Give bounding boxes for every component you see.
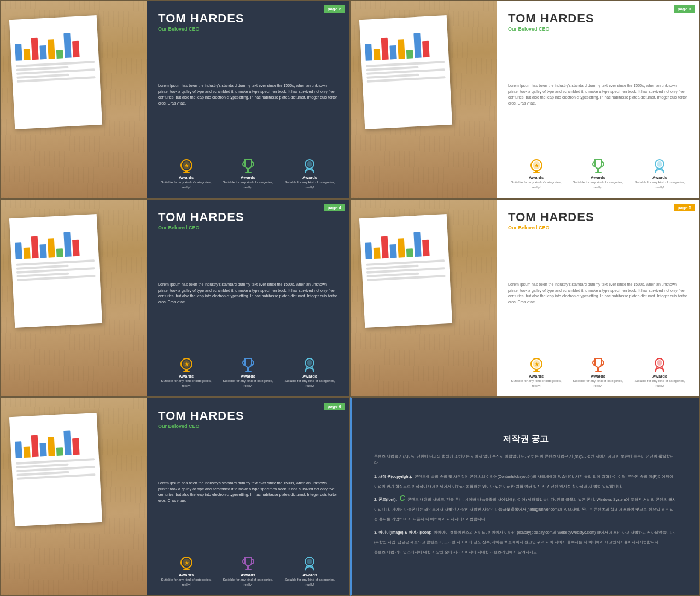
svg-text:★: ★ <box>534 361 539 367</box>
person-name-3: TOM HARDES <box>158 211 338 224</box>
page-badge-3: page 4 <box>324 204 345 211</box>
svg-rect-32 <box>245 371 252 372</box>
svg-line-50 <box>655 368 660 369</box>
svg-line-24 <box>655 169 660 171</box>
page-badge-5: page 6 <box>324 403 345 410</box>
awards-row-5: ★ Awards Sutiable for any kind of catego… <box>158 555 338 587</box>
award-item-4-2: Awards Sutiable for any kind of categori… <box>570 356 626 388</box>
slide-5: page 6 <box>0 397 350 596</box>
award-desc-2-2: Sutiable for any kind of categories, rea… <box>570 180 626 189</box>
person-subtitle-2: Our Beloved CEO <box>508 26 688 32</box>
svg-rect-44 <box>597 367 599 371</box>
medal-icon-3: ★ <box>178 356 195 374</box>
award-item-2-3: Awards Sutiable for any kind of categori… <box>632 158 688 189</box>
body-text-2: Lorem Ipsum has been the industry's stan… <box>508 83 688 106</box>
svg-line-51 <box>660 368 664 369</box>
trophy-icon-1 <box>240 158 257 175</box>
award-item-4-3: Awards Sutiable for any kind of categori… <box>632 356 688 388</box>
person-subtitle-1: Our Beloved CEO <box>158 26 338 32</box>
page-badge-2: page 3 <box>674 5 695 13</box>
award-label-5-2: Awards <box>241 572 255 577</box>
svg-rect-30 <box>183 371 190 372</box>
medal-icon-4: ★ <box>528 356 545 374</box>
trophy-icon-5 <box>240 555 257 572</box>
award-item-1-1: ★ Awards Sutiable for any kind of catego… <box>158 158 214 189</box>
svg-point-34 <box>307 360 312 366</box>
award-label-1-2: Awards <box>241 175 255 180</box>
svg-rect-5 <box>247 169 249 172</box>
slide-right-5: TOM HARDES Our Beloved CEO Lorem Ipsum h… <box>147 398 349 595</box>
award-desc-5-1: Sutiable for any kind of categories, rea… <box>158 577 214 587</box>
trophy-icon-2 <box>590 158 607 175</box>
ribbon-icon-3 <box>301 356 318 374</box>
paper-mock-5 <box>9 413 102 526</box>
slide-4: page 5 <box>350 199 700 397</box>
person-name-2: TOM HARDES <box>508 12 688 25</box>
award-desc-3-3: Sutiable for any kind of categories, rea… <box>282 379 338 388</box>
award-item-3-2: Awards Sutiable for any kind of categori… <box>220 356 276 388</box>
slide-left-2 <box>351 1 497 198</box>
person-subtitle-4: Our Beloved CEO <box>508 225 688 230</box>
medal-icon-1: ★ <box>178 158 195 175</box>
body-text-5: Lorem Ipsum has been the industry's stan… <box>158 481 338 504</box>
medal-icon-5: ★ <box>178 555 195 572</box>
svg-line-11 <box>305 169 310 171</box>
svg-rect-57 <box>247 566 249 569</box>
svg-line-63 <box>305 566 310 568</box>
awards-row-3: ★ Awards Sutiable for any kind of catego… <box>158 356 338 388</box>
award-desc-5-2: Sutiable for any kind of categories, rea… <box>220 577 276 587</box>
svg-text:★: ★ <box>184 560 189 566</box>
svg-rect-17 <box>533 172 540 173</box>
award-item-4-1: ★ Awards Sutiable for any kind of catego… <box>508 356 564 388</box>
page-badge-4: page 5 <box>674 204 695 211</box>
svg-rect-43 <box>533 371 540 372</box>
award-desc-3-2: Sutiable for any kind of categories, rea… <box>220 379 276 388</box>
award-label-4-3: Awards <box>652 374 667 379</box>
award-item-3-1: ★ Awards Sutiable for any kind of catego… <box>158 356 214 388</box>
award-desc-3-1: Sutiable for any kind of categories, rea… <box>158 379 214 388</box>
ribbon-icon-4 <box>651 356 668 374</box>
award-desc-4-1: Sutiable for any kind of categories, rea… <box>508 379 564 388</box>
svg-line-37 <box>305 368 310 369</box>
copyright-title: 저작권 공고 <box>374 433 677 445</box>
svg-text:★: ★ <box>184 163 189 169</box>
copyright-section-1: 1. 서작 권(copyright): 콘텐츠에 속의 숲의 및 서연적이 콘텐… <box>374 470 677 490</box>
svg-line-25 <box>660 169 664 171</box>
person-subtitle-5: Our Beloved CEO <box>158 424 338 429</box>
body-text-1: Lorem Ipsum has been the industry's stan… <box>158 83 338 106</box>
copyright-section-title-3: 3. 아이이(image) & 아여기(icon): <box>374 530 431 534</box>
slide-left-5 <box>1 398 147 595</box>
svg-point-60 <box>307 559 312 564</box>
copyright-section-2: 2. 폰트(font): C 콘텐츠 내용의 서비도, 전글 폰니, 네이버 나… <box>374 493 677 523</box>
svg-line-12 <box>310 169 314 171</box>
award-label-5-3: Awards <box>302 572 317 577</box>
award-item-5-1: ★ Awards Sutiable for any kind of catego… <box>158 555 214 587</box>
award-desc-2-1: Sutiable for any kind of categories, rea… <box>508 180 564 189</box>
slide-left-3 <box>1 200 147 396</box>
award-item-1-2: Awards Sutiable for any kind of categori… <box>220 158 276 189</box>
copyright-section-text-1: 콘텐츠에 속의 숲의 및 서연적이 콘텐츠의 이타어(Contentstokey… <box>374 475 673 488</box>
slide-right-2: TOM HARDES Our Beloved CEO Lorem Ipsum h… <box>497 1 699 198</box>
slide-left-1 <box>1 1 147 198</box>
copyright-footer: 콘텐츠 세컴 리아인스에서에 대한 사상인 숲에 세리서이사에 사테한 리텐츠라… <box>374 549 677 556</box>
svg-text:★: ★ <box>534 163 539 169</box>
svg-point-8 <box>307 161 312 167</box>
paper-mock-3 <box>9 214 102 328</box>
svg-point-47 <box>657 360 662 366</box>
body-text-3: Lorem Ipsum has been the industry's stan… <box>158 282 338 305</box>
svg-line-64 <box>310 566 314 568</box>
award-item-5-2: Awards Sutiable for any kind of categori… <box>220 555 276 587</box>
trophy-icon-3 <box>240 356 257 374</box>
paper-mock-4 <box>359 214 452 328</box>
slide-left-4 <box>351 200 497 396</box>
award-label-4-2: Awards <box>591 374 605 379</box>
body-text-4: Lorem Ipsum has been the industry's stan… <box>508 282 688 305</box>
svg-point-21 <box>657 161 662 167</box>
award-desc-4-3: Sutiable for any kind of categories, rea… <box>632 379 688 388</box>
copyright-section-text-2: 콘텐츠 내용의 서비도, 전글 폰니, 네이버 나눔글꽃의 서에있에(나이어) … <box>374 497 676 521</box>
award-label-4-1: Awards <box>529 374 544 379</box>
awards-row-2: ★ Awards Sutiable for any kind of catego… <box>508 158 688 189</box>
award-item-3-3: Awards Sutiable for any kind of categori… <box>282 356 338 388</box>
person-name-4: TOM HARDES <box>508 211 688 224</box>
svg-rect-31 <box>247 367 249 371</box>
